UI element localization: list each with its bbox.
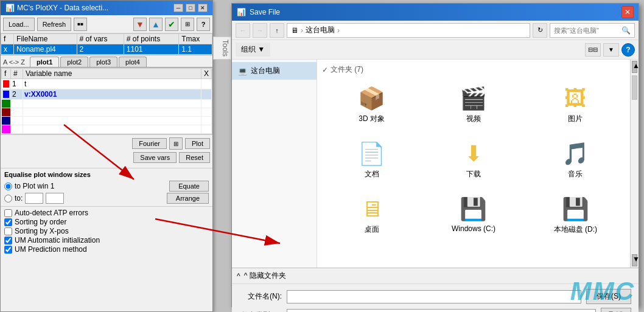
hide-folder-label: ^ 隐藏文件夹 — [244, 271, 286, 281]
checkbox-sorting-order[interactable] — [4, 218, 12, 226]
x-cell-2 — [201, 89, 211, 100]
save-button[interactable]: 保存(S) — [586, 289, 631, 304]
tab-plot1[interactable]: plot1 — [30, 57, 59, 67]
grid-button[interactable]: ⊞ — [181, 18, 194, 31]
arrow-up-button[interactable]: ▲ — [149, 18, 163, 31]
fourier-button[interactable]: Fourier — [132, 138, 167, 149]
tab-plot3[interactable]: plot3 — [89, 57, 117, 67]
folder-3d-label: 3D 对象 — [359, 114, 385, 124]
folder-windows[interactable]: 💾 Windows (C:) — [426, 192, 520, 240]
close-button[interactable]: ✕ — [198, 4, 208, 12]
empty-5 — [11, 117, 23, 125]
plot-button[interactable]: Plot — [185, 138, 210, 149]
maximize-button[interactable]: □ — [186, 4, 195, 12]
var-row-2[interactable]: 2 v:XX0001 — [2, 89, 212, 100]
refresh-button[interactable]: Refresh — [37, 18, 72, 31]
cancel-button[interactable]: 取消 — [601, 308, 631, 312]
radio-to[interactable] — [4, 195, 12, 203]
checkbox-auto-detect[interactable] — [4, 209, 12, 217]
folder-video[interactable]: 🎬 视频 — [426, 81, 520, 129]
num-cell-2: 2 — [11, 89, 23, 100]
scroll-track[interactable] — [631, 74, 639, 253]
help-button[interactable]: ? — [197, 18, 210, 31]
minimize-button[interactable]: ─ — [173, 4, 183, 12]
folder-local-d[interactable]: 💾 本地磁盘 (D:) — [528, 192, 623, 240]
x-cell-1 — [201, 79, 211, 89]
check-button[interactable]: ✔ — [165, 18, 178, 31]
checkbox-row-3: UM Automatic initialization — [4, 236, 209, 244]
scroll-up-button[interactable]: ▲ — [632, 61, 637, 73]
dialog-close-button[interactable]: ✕ — [621, 6, 634, 18]
tab-plot4[interactable]: plot4 — [119, 57, 147, 67]
folder-docs-icon: 📄 — [358, 141, 385, 167]
back-button[interactable]: ← — [236, 23, 250, 38]
empty-6c — [201, 125, 211, 134]
save-reset-row: Save vars Reset — [3, 152, 210, 163]
var-row-1[interactable]: 1 t — [2, 79, 212, 89]
cell-vars: 2 — [77, 44, 124, 55]
folder-windows-label: Windows (C:) — [452, 224, 495, 233]
help-dialog-button[interactable]: ? — [621, 43, 635, 57]
checkbox-um-auto[interactable] — [4, 237, 12, 244]
reset-button[interactable]: Reset — [179, 152, 210, 163]
dialog-titlebar: 📊 Save File ✕ — [232, 4, 639, 21]
checkbox-um-prediction-label: UM Prediction method — [15, 245, 87, 254]
hide-folder-row[interactable]: ^ ^ 隐藏文件夹 — [232, 268, 639, 283]
sidebar-this-pc[interactable]: 💻 这台电脑 — [232, 62, 317, 80]
empty-4 — [11, 108, 23, 117]
equate-button[interactable]: Equate — [169, 181, 209, 192]
to-input-2[interactable] — [46, 193, 64, 204]
filename-input[interactable] — [287, 290, 581, 303]
table-row[interactable]: x Noname.pl4 2 1101 1.1 — [1, 44, 212, 55]
color-cell-4 — [2, 108, 11, 117]
var-row-6 — [2, 125, 212, 134]
num-cell-1: 1 — [11, 79, 23, 89]
empty-4c — [201, 108, 211, 117]
col-x: X — [201, 69, 211, 79]
tab-plot2[interactable]: plot2 — [60, 57, 88, 67]
arrange-button[interactable]: Arrange — [167, 193, 209, 204]
filetype-select[interactable]: MATLAB (*.mat) — [287, 309, 596, 313]
scroll-down-button[interactable]: ▼ — [632, 254, 637, 266]
folder-pictures[interactable]: 🖼 图片 — [528, 81, 623, 129]
folder-3d[interactable]: 📦 3D 对象 — [324, 81, 419, 129]
checkboxes-section: Auto-detect ATP errors Sorting by order … — [1, 206, 212, 255]
folder-pictures-label: 图片 — [568, 114, 583, 124]
checkbox-um-prediction[interactable] — [4, 246, 12, 254]
empty-4b — [23, 108, 201, 117]
search-input[interactable] — [554, 27, 621, 34]
scroll-thumb[interactable] — [632, 75, 637, 100]
organize-button[interactable]: 组织 ▼ — [236, 43, 270, 57]
name-cell-1: t — [23, 79, 201, 89]
var-table: f # Variable name X 1 t 2 v:XX0001 — [1, 68, 212, 134]
color-swatch-button[interactable]: ■■ — [74, 18, 87, 31]
checkbox-sorting-xpos[interactable] — [4, 227, 12, 235]
color-cell-3 — [2, 100, 11, 108]
folder-downloads[interactable]: ⬇ 下载 — [426, 136, 520, 184]
refresh-nav-button[interactable]: ↻ — [533, 23, 547, 38]
view-button[interactable]: ⊟⊟ — [585, 43, 601, 57]
dialog-scrollbar[interactable]: ▲ ▼ — [630, 60, 639, 268]
radio-row-1: to Plot win 1 Equate — [4, 181, 209, 192]
color-cell-1 — [2, 79, 11, 89]
radio-plot-win[interactable] — [4, 182, 12, 190]
arrow-down-button[interactable]: ▼ — [133, 18, 147, 31]
to-input-1[interactable] — [25, 193, 43, 204]
save-file-dialog: 📊 Save File ✕ ← → ↑ 🖥 › 这台电脑 › ↻ 🔍 组织 ▼ … — [231, 3, 639, 307]
forward-button[interactable]: → — [253, 23, 267, 38]
load-button[interactable]: Load... — [3, 18, 35, 31]
folder-desktop-label: 桌面 — [365, 224, 379, 235]
save-vars-button[interactable]: Save vars — [133, 152, 177, 163]
filename-row: 文件名(N): 保存(S) — [239, 289, 631, 304]
empty-6 — [11, 125, 23, 134]
plotxy-title: MC's PlotXY - Data selecti... — [17, 4, 108, 12]
view-detail-button[interactable]: ▼ — [603, 43, 619, 57]
this-pc-label: 这台电脑 — [251, 66, 280, 76]
folder-docs[interactable]: 📄 文档 — [324, 136, 419, 184]
empty-3b — [23, 100, 201, 108]
folder-downloads-icon: ⬇ — [464, 141, 483, 167]
fourier-option-button[interactable]: ⊞ — [169, 137, 183, 150]
folder-desktop[interactable]: 🖥 桌面 — [324, 192, 419, 240]
up-button[interactable]: ↑ — [270, 23, 284, 38]
folder-music[interactable]: 🎵 音乐 — [528, 136, 623, 184]
